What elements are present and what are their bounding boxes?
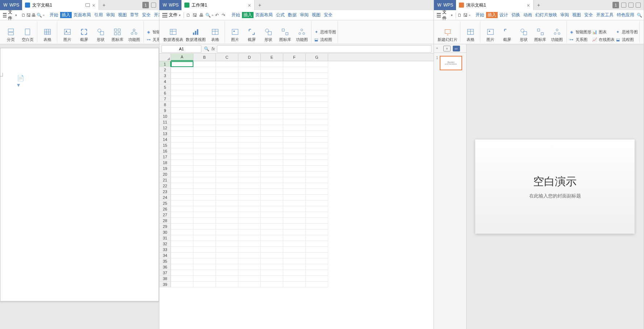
presentation-tab[interactable]: 演示文稿1 ✕	[456, 0, 534, 10]
column-header[interactable]: F	[283, 54, 306, 61]
cell[interactable]	[306, 282, 328, 287]
cell[interactable]	[216, 131, 238, 137]
cell[interactable]	[171, 125, 193, 131]
cell[interactable]	[261, 102, 283, 108]
qat-print-icon[interactable]: 🖶	[32, 12, 36, 18]
table-button[interactable]: 表格	[207, 28, 223, 42]
cell[interactable]	[171, 131, 193, 137]
cell[interactable]	[238, 137, 261, 142]
cell[interactable]	[171, 218, 193, 224]
cell[interactable]	[261, 235, 283, 241]
row-header[interactable]: 6	[159, 90, 171, 96]
cell[interactable]	[171, 183, 193, 189]
row-header[interactable]: 30	[159, 229, 171, 235]
cell[interactable]	[171, 171, 193, 177]
close-tab-icon[interactable]: ✕	[527, 3, 530, 7]
cell[interactable]	[171, 166, 193, 171]
cell[interactable]	[306, 96, 328, 102]
cell[interactable]	[171, 108, 193, 113]
sys-icon-3[interactable]	[636, 3, 641, 8]
cell[interactable]	[238, 96, 261, 102]
cell[interactable]	[171, 113, 193, 119]
smartart-button[interactable]: 功能图	[549, 28, 565, 42]
cell[interactable]	[261, 119, 283, 125]
tab-special[interactable]: 特色应用	[615, 12, 636, 18]
cell[interactable]	[171, 229, 193, 235]
row-header[interactable]: 17	[159, 154, 171, 160]
tab-insert[interactable]: 插入	[242, 12, 254, 18]
cell[interactable]	[171, 177, 193, 183]
slide-subtitle-placeholder[interactable]: 在此输入您的封面副标题	[529, 193, 581, 199]
cell[interactable]	[261, 258, 283, 264]
cell[interactable]	[283, 148, 306, 154]
notification-badge[interactable]: 1	[142, 2, 149, 8]
cell[interactable]	[238, 142, 261, 148]
qat-preview-icon[interactable]: 🔍	[37, 12, 42, 18]
cell[interactable]	[283, 84, 306, 90]
row-header[interactable]: 34	[159, 253, 171, 258]
screenshot-button[interactable]: 截屏	[76, 28, 92, 42]
cell[interactable]	[238, 218, 261, 224]
cell[interactable]	[306, 79, 328, 84]
thumbnail-view-button[interactable]: ▭	[453, 46, 460, 51]
tab-start[interactable]: 开始	[474, 12, 486, 18]
cell[interactable]	[193, 137, 216, 142]
select-all-corner[interactable]	[159, 54, 171, 61]
row-header[interactable]: 9	[159, 108, 171, 113]
cell[interactable]	[261, 96, 283, 102]
cell[interactable]	[306, 125, 328, 131]
pivotchart-button[interactable]: 数据透视图	[185, 28, 206, 42]
row-header[interactable]: 31	[159, 235, 171, 241]
row-header[interactable]: 11	[159, 119, 171, 125]
cell[interactable]	[261, 282, 283, 287]
row-header[interactable]: 32	[159, 241, 171, 247]
cell[interactable]	[193, 171, 216, 177]
cell[interactable]	[283, 189, 306, 195]
cell[interactable]	[171, 258, 193, 264]
cell[interactable]	[216, 224, 238, 229]
cell[interactable]	[283, 113, 306, 119]
cell[interactable]	[283, 61, 306, 67]
cell[interactable]	[193, 206, 216, 212]
cell[interactable]	[238, 119, 261, 125]
cell[interactable]	[283, 125, 306, 131]
cell[interactable]	[193, 258, 216, 264]
row-header[interactable]: 33	[159, 247, 171, 253]
cell[interactable]	[193, 61, 216, 67]
cell[interactable]	[306, 189, 328, 195]
cell[interactable]	[216, 253, 238, 258]
cell[interactable]	[238, 90, 261, 96]
cell[interactable]	[193, 79, 216, 84]
pivottable-button[interactable]: 数据透视表	[162, 28, 184, 42]
cell[interactable]	[238, 73, 261, 79]
search-button[interactable]: 🔍	[636, 12, 642, 18]
zoom-icon[interactable]: 🔍	[204, 46, 209, 52]
row-header[interactable]: 25	[159, 200, 171, 206]
cell[interactable]	[193, 235, 216, 241]
tab-animation[interactable]: 动画	[522, 12, 534, 18]
tab-review[interactable]: 审阅	[298, 12, 310, 18]
sys-icon[interactable]	[151, 3, 156, 8]
cell[interactable]	[261, 108, 283, 113]
cell[interactable]	[306, 119, 328, 125]
tab-pagelayout[interactable]: 页面布局	[72, 12, 92, 18]
cell[interactable]	[216, 166, 238, 171]
cell[interactable]	[238, 166, 261, 171]
cell[interactable]	[283, 195, 306, 200]
chart-button[interactable]: 📊图表	[592, 29, 615, 35]
cell[interactable]	[238, 154, 261, 160]
collapse-icon[interactable]: «	[436, 46, 441, 51]
table-button[interactable]: 表格	[39, 28, 55, 42]
cell[interactable]	[216, 108, 238, 113]
cell[interactable]	[238, 125, 261, 131]
cell[interactable]	[216, 183, 238, 189]
cell[interactable]	[283, 137, 306, 142]
row-header[interactable]: 26	[159, 206, 171, 212]
blank-page-button[interactable]: 空白页	[20, 28, 35, 42]
cell[interactable]	[171, 119, 193, 125]
cell[interactable]	[283, 258, 306, 264]
cell[interactable]	[193, 73, 216, 79]
cell[interactable]	[171, 137, 193, 142]
cell[interactable]	[216, 276, 238, 282]
flowchart-button[interactable]: ⬓流程图	[615, 37, 638, 42]
